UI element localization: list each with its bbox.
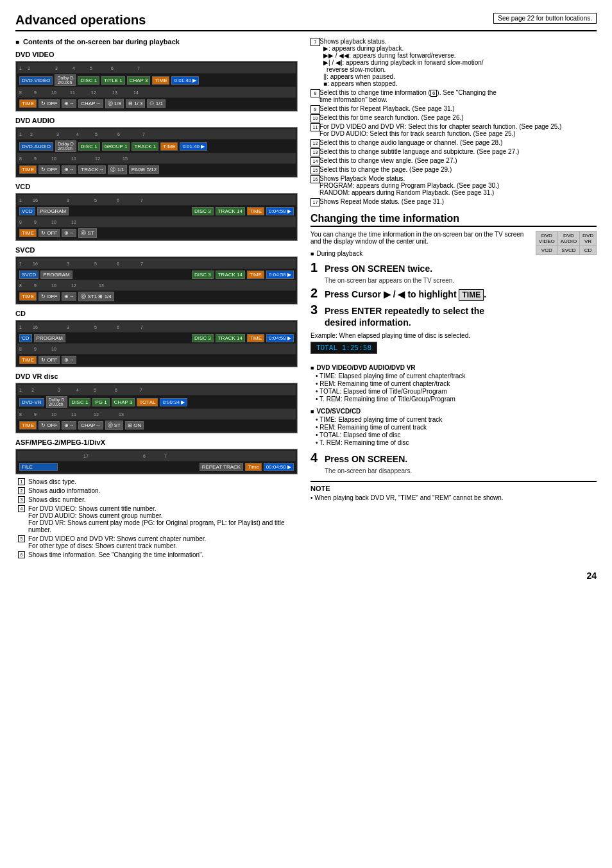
right-column: Shows playback status. ▶: appears during… [310, 38, 597, 560]
left-notes: 1 Shows disc type. 2 Shows audio informa… [15, 478, 298, 558]
step-1-subtext: The on-screen bar appears on the TV scre… [325, 277, 597, 284]
note-16: Shows Playback Mode status.PROGRAM: appe… [310, 175, 597, 196]
left-column: Contents of the on-screen bar during pla… [15, 38, 298, 560]
vcd-bullet-list: TIME: Elapsed playing time of current tr… [310, 416, 597, 446]
dvd-bullet-2: REM: Remaining time of current chapter/t… [316, 380, 597, 387]
step-4-subtext: The on-screen bar disappears. [325, 467, 597, 474]
page-number: 24 [15, 571, 597, 581]
step-4-number: 4 [310, 451, 321, 464]
note-box: NOTE When playing back DVD VR, "TIME" an… [310, 481, 597, 501]
dvd-bullet-1: TIME: Elapsed playing time of current ch… [316, 372, 597, 380]
subsection-svcd-label: SVCD [15, 246, 298, 254]
note-8: Select this to change time information (… [310, 89, 597, 103]
note-item-3: 3 Shows disc number. [15, 496, 298, 503]
step-4-row: 4 Press ON SCREEN. [310, 451, 597, 465]
during-playback-label: During playback [310, 250, 532, 257]
step-2-row: 2 Press Cursor ▶ / ◀ to highlight TIME. [310, 287, 597, 301]
osd-num-row: 1 2 3 4 5 6 7 [17, 63, 296, 73]
step-3-number: 3 [310, 303, 321, 316]
osd-svcd: 1 16 3 5 6 7 SVCD PROGRAM DISC 3 TRACK 1… [15, 256, 298, 305]
subsection-dvd-audio-label: DVD AUDIO [15, 117, 298, 124]
subsection-asf-label: ASF/MPEG-2/MPEG-1/DivX [15, 438, 298, 446]
osd-dvd-video-row1: DVD-VIDEO Dolby D2/0.0ch DISC 1 TITLE 1 … [17, 74, 296, 87]
compat-dvd-audio: DVDAUDIO [557, 231, 579, 246]
osd-cd: 1 16 3 5 6 7 CD PROGRAM DISC 3 TRACK 14 … [15, 320, 298, 367]
note-box-text: When playing back DVD VR, "TIME" and "RE… [310, 494, 597, 501]
compat-cd: CD [580, 246, 597, 255]
page-header-note: See page 22 for button locations. [493, 13, 597, 24]
note-item-6: 6 Shows time information. See "Changing … [15, 551, 298, 558]
main-content: Contents of the on-screen bar during pla… [15, 38, 597, 560]
vcd-bullet-2: REM: Remaining time of current track [316, 424, 597, 431]
note-13: Select this to change subtitle language … [310, 148, 597, 155]
page-header: Advanced operations See page 22 for butt… [15, 13, 597, 31]
page-title: Advanced operations [15, 13, 146, 28]
note-14: Select this to change view angle. (See p… [310, 157, 597, 164]
subsection-dvd-video-label: DVD VIDEO [15, 51, 298, 58]
dvd-bullet-section: DVD VIDEO/DVD AUDIO/DVD VR TIME: Elapsed… [310, 364, 597, 403]
osd-dvd-video: 1 2 3 4 5 6 7 DVD-VIDEO Dolby D2/0.0ch D… [15, 61, 298, 112]
vcd-bullet-3: TOTAL: Elapsed time of disc [316, 431, 597, 438]
subsection-dvd-vr-label: DVD VR disc [15, 372, 298, 380]
step-2-number: 2 [310, 287, 321, 299]
osd-dvd-audio: 1 2 3 4 5 6 7 DVD-AUDIO Dolby D2/0.0ch D… [15, 127, 298, 178]
osd-num-row2: 8 9 10 11 12 13 14 [17, 87, 296, 97]
osd-dvd-video-row2: TIME ↻ OFF ⊕→ CHAP→ ⓓ 1/8 ⊟ 1/ 3 ⚇ 1/1 [17, 98, 296, 109]
subsection-cd-label: CD [15, 310, 298, 317]
step-1-row: 1 Press ON SCREEN twice. [310, 261, 597, 274]
step-3-row: 3 Press ENTER repeatedly to select thede… [310, 303, 597, 328]
compat-svcd: SVCD [557, 246, 579, 255]
step-4-text: Press ON SCREEN. [325, 453, 407, 465]
osd-asf: 17 6 7 FILE REPEAT TRACK Time 00:04:58 ▶ [15, 449, 298, 474]
compat-table: DVDVIDEO DVDAUDIO DVDVR VCD SVCD CD [536, 231, 597, 255]
note-box-title: NOTE [310, 485, 597, 492]
step-3-text: Press ENTER repeatedly to select thedesi… [325, 305, 484, 328]
step-2-text: Press Cursor ▶ / ◀ to highlight TIME. [325, 288, 486, 301]
compat-vcd: VCD [536, 246, 557, 255]
time-display: TOTAL 1:25:58 [310, 342, 377, 354]
section-intro: Contents of the on-screen bar during pla… [15, 38, 298, 46]
changing-time-intro: You can change the time information in t… [310, 231, 539, 245]
note-7: Shows playback status. ▶: appears during… [310, 38, 597, 87]
section-changing-time-title: Changing the time information [310, 213, 597, 227]
note-item-4: 4 For DVD VIDEO: Shows current title num… [15, 505, 298, 533]
vcd-bullet-1: TIME: Elapsed playing time of current tr… [316, 416, 597, 423]
note-17: Shows Repeat Mode status. (See page 31.) [310, 198, 597, 205]
compat-dvd-video: DVDVIDEO [536, 231, 557, 246]
note-item-5: 5 For DVD VIDEO and DVD VR: Shows curren… [15, 535, 298, 549]
osd-vcd: 1 16 3 5 6 7 VCD PROGRAM DISC 3 TRACK 14… [15, 193, 298, 241]
osd-dvd-vr: 1 2 3 4 5 6 7 DVD-VR Dolby D2/0.0ch DISC… [15, 383, 298, 433]
note-item-2: 2 Shows audio information. [15, 487, 298, 494]
note-10: Select this for time search function. (S… [310, 114, 597, 121]
compat-dvd-vr: DVDVR [580, 231, 597, 246]
dvd-bullet-4: T. REM: Remaining time of Title/Group/Pr… [316, 396, 597, 403]
example-text: Example: When elapsed playing time of di… [310, 332, 597, 339]
vcd-bullet-section: VCD/SVCD/CD TIME: Elapsed playing time o… [310, 408, 597, 446]
right-notes: Shows playback status. ▶: appears during… [310, 38, 597, 205]
dvd-bullet-header: DVD VIDEO/DVD AUDIO/DVD VR [310, 364, 597, 371]
vcd-bullet-header: VCD/SVCD/CD [310, 408, 597, 415]
step-1-text: Press ON SCREEN twice. [325, 263, 432, 274]
subsection-vcd-label: VCD [15, 183, 298, 190]
note-item-1: 1 Shows disc type. [15, 478, 298, 485]
note-12: Select this to change audio language or … [310, 139, 597, 146]
changing-time-intro-area: DVDVIDEO DVDAUDIO DVDVR VCD SVCD CD You … [310, 231, 597, 245]
step-1-number: 1 [310, 261, 321, 274]
note-9: Select this for Repeat Playback. (See pa… [310, 105, 597, 112]
note-11: For DVD VIDEO and DVD VR: Select this fo… [310, 123, 597, 137]
vcd-bullet-4: T. REM: Remaining time of disc [316, 439, 597, 446]
dvd-bullet-list: TIME: Elapsed playing time of current ch… [310, 372, 597, 403]
note-15: Select this to change the page. (See pag… [310, 166, 597, 173]
dvd-bullet-3: TOTAL: Elapsed time of Title/Group/Progr… [316, 388, 597, 395]
